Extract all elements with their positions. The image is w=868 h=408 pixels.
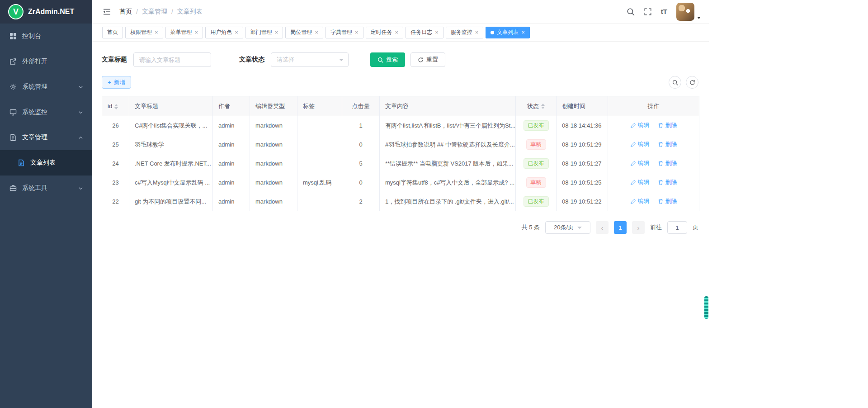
- sidebar-item-article-management[interactable]: 文章管理: [0, 125, 92, 150]
- column-header-author: 作者: [213, 96, 250, 116]
- breadcrumb-item-home[interactable]: 首页: [119, 8, 132, 16]
- cell-created: 08-18 14:41:36: [557, 116, 608, 135]
- table-row: 25 羽毛球教学 admin markdown 0 #羽毛球拍参数说明 ## 中…: [102, 135, 699, 154]
- sidebar-item-label: 系统工具: [22, 184, 47, 192]
- breadcrumb-separator: /: [136, 8, 138, 15]
- search-button[interactable]: 搜索: [370, 52, 405, 67]
- close-icon[interactable]: ×: [235, 29, 238, 35]
- logo-icon: V: [8, 4, 24, 19]
- goto-suffix: 页: [693, 223, 698, 232]
- delete-button[interactable]: 删除: [658, 140, 677, 148]
- close-icon[interactable]: ×: [435, 29, 439, 35]
- close-icon[interactable]: ×: [521, 29, 525, 35]
- app-logo[interactable]: V ZrAdmin.NET: [0, 0, 92, 24]
- tab-post-management[interactable]: 岗位管理×: [285, 27, 323, 38]
- edit-button[interactable]: 编辑: [630, 159, 650, 167]
- article-title-input[interactable]: [133, 52, 211, 67]
- toggle-search-button[interactable]: [669, 76, 681, 89]
- refresh-button[interactable]: [686, 76, 698, 89]
- chevron-up-icon: [78, 135, 83, 140]
- collapse-menu-icon[interactable]: [102, 8, 111, 16]
- sidebar-item-system-tools[interactable]: 系统工具: [0, 176, 92, 201]
- close-icon[interactable]: ×: [275, 29, 278, 35]
- user-menu[interactable]: [676, 3, 701, 21]
- close-icon[interactable]: ×: [315, 29, 318, 35]
- delete-button[interactable]: 删除: [658, 178, 677, 186]
- chevron-down-icon: [78, 186, 83, 191]
- delete-button[interactable]: 删除: [658, 121, 677, 129]
- edit-button[interactable]: 编辑: [630, 121, 650, 129]
- column-header-actions: 操作: [608, 96, 699, 116]
- breadcrumb-item-article-management[interactable]: 文章管理: [142, 8, 167, 16]
- tab-menu-management[interactable]: 菜单管理×: [165, 27, 203, 38]
- tab-label: 权限管理: [130, 28, 152, 36]
- edit-button[interactable]: 编辑: [630, 197, 650, 205]
- tab-scheduled-tasks[interactable]: 定时任务×: [366, 27, 404, 38]
- edit-button[interactable]: 编辑: [630, 178, 650, 186]
- close-icon[interactable]: ×: [155, 29, 158, 35]
- tab-label: 首页: [107, 28, 118, 36]
- prev-page-button[interactable]: ‹: [596, 221, 609, 234]
- close-icon[interactable]: ×: [355, 29, 359, 35]
- cell-author: admin: [213, 173, 250, 192]
- add-button[interactable]: + 新增: [102, 76, 131, 89]
- close-icon[interactable]: ×: [395, 29, 399, 35]
- sidebar-item-system-monitor[interactable]: 系统监控: [0, 100, 92, 125]
- sidebar-item-label: 外部打开: [22, 57, 47, 66]
- article-status-select[interactable]: 请选择: [271, 52, 349, 67]
- sidebar-item-label: 系统管理: [22, 83, 47, 91]
- tab-user-roles[interactable]: 用户角色×: [205, 27, 243, 38]
- cell-content: **错误提示** 当电脑更新 VS2017 版本后，如果...: [380, 154, 516, 173]
- search-icon[interactable]: [627, 8, 635, 16]
- chevron-down-icon: [339, 59, 344, 61]
- close-icon[interactable]: ×: [475, 29, 479, 35]
- tab-label: 定时任务: [371, 28, 392, 36]
- next-page-button[interactable]: ›: [632, 221, 645, 234]
- tab-task-logs[interactable]: 任务日志×: [406, 27, 443, 38]
- user-avatar[interactable]: [676, 3, 694, 21]
- cell-editor: markdown: [250, 135, 297, 154]
- cell-created: 08-19 10:51:27: [557, 154, 608, 173]
- tab-permission-management[interactable]: 权限管理×: [125, 27, 163, 38]
- total-count: 共 5 条: [522, 223, 540, 232]
- page-size-select[interactable]: 20条/页: [545, 221, 590, 234]
- edit-button[interactable]: 编辑: [630, 140, 650, 148]
- articles-table: id 文章标题 作者 编辑器类型 标签 点击量 文章内容 状态 创建时间 操作: [102, 96, 699, 211]
- page-number-button[interactable]: 1: [614, 221, 627, 234]
- scrollbar-thumb[interactable]: [704, 296, 708, 319]
- column-header-id[interactable]: id: [102, 96, 129, 116]
- tab-service-monitor[interactable]: 服务监控×: [446, 27, 484, 38]
- cell-author: admin: [213, 192, 250, 211]
- sidebar-item-label: 文章列表: [30, 159, 56, 167]
- sidebar-item-label: 系统监控: [22, 108, 47, 116]
- document-icon: [9, 134, 17, 142]
- cell-actions: 编辑删除: [608, 173, 699, 192]
- tab-article-list[interactable]: 文章列表×: [486, 27, 530, 38]
- cell-content: 有两个list,listA 和listB，listA中有三个属性列为St...: [380, 116, 516, 135]
- tab-department-management[interactable]: 部门管理×: [245, 27, 283, 38]
- cell-content: 1，找到项目所在目录下的 .git/文件夹，进入.git/...: [380, 192, 516, 211]
- column-header-editor-type: 编辑器类型: [250, 96, 297, 116]
- cell-editor: markdown: [250, 192, 297, 211]
- delete-button[interactable]: 删除: [658, 197, 677, 205]
- sort-icon[interactable]: [114, 104, 118, 109]
- tab-home[interactable]: 首页: [102, 27, 123, 38]
- sidebar-item-system-management[interactable]: 系统管理: [0, 74, 92, 100]
- reset-button[interactable]: 重置: [410, 52, 445, 67]
- sidebar-item-dashboard[interactable]: 控制台: [0, 24, 92, 49]
- close-icon[interactable]: ×: [195, 29, 198, 35]
- dashboard-icon: [9, 33, 17, 40]
- sort-icon[interactable]: [541, 104, 545, 109]
- tab-dict-management[interactable]: 字典管理×: [326, 27, 363, 38]
- cell-actions: 编辑删除: [608, 135, 699, 154]
- fullscreen-icon[interactable]: [644, 8, 652, 16]
- column-header-status[interactable]: 状态: [516, 96, 557, 116]
- sidebar-item-external-open[interactable]: 外部打开: [0, 49, 92, 74]
- cell-id: 26: [102, 116, 129, 135]
- font-size-icon[interactable]: tT: [661, 8, 667, 15]
- delete-button[interactable]: 删除: [658, 159, 677, 167]
- sidebar-item-article-list[interactable]: 文章列表: [0, 150, 92, 176]
- chevron-down-icon: [577, 227, 582, 229]
- goto-page-input[interactable]: [667, 221, 687, 234]
- table-row: 22 git 为不同的项目设置不同... admin markdown 2 1，…: [102, 192, 699, 211]
